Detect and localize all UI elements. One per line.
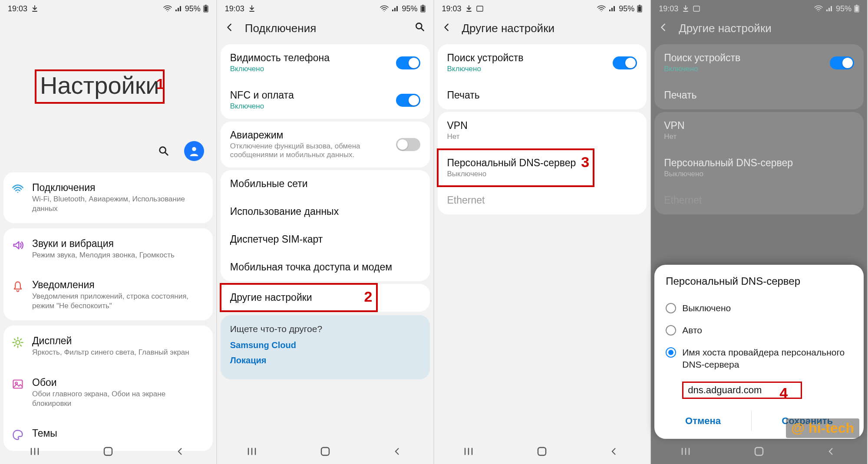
radio-label: Имя хоста провайдера персонального DNS-с… [682,346,852,370]
radio-icon [666,325,676,336]
signal-icon [175,6,182,12]
item-title: Видимость телефона [230,52,396,64]
toggle-switch[interactable] [830,56,854,69]
nav-home[interactable] [314,445,336,457]
status-time: 19:03 [225,4,244,13]
item-title: Поиск устройств [447,52,613,64]
nav-back[interactable] [603,445,625,457]
svg-rect-15 [639,5,640,6]
settings-item[interactable]: Использование данных [221,198,430,226]
settings-item[interactable]: NFC и оплатаВключено [221,82,430,119]
item-title: VPN [664,120,854,132]
svg-rect-11 [421,7,424,12]
toggle-switch[interactable] [613,56,637,69]
dns-hostname-input[interactable]: dns.adguard.com [688,382,762,398]
screen-4: 19:03 95% Другие настройки Поиск устройс… [651,0,868,464]
toggle-switch[interactable] [396,94,420,107]
battery-icon [420,5,426,13]
back-button[interactable] [442,21,453,36]
settings-item[interactable]: УведомленияУведомления приложений, строк… [3,270,213,320]
settings-item[interactable]: Диспетчер SIM-карт [221,226,430,253]
radio-option-hostname[interactable]: Имя хоста провайдера персонального DNS-с… [666,341,852,375]
settings-item[interactable]: ПодключенияWi-Fi, Bluetooth, Авиарежим, … [3,172,213,223]
item-title: Дисплей [32,335,205,347]
back-button[interactable] [659,21,670,36]
private-dns-dialog: Персональный DNS-сервер Выключено Авто И… [654,265,864,439]
image-icon [693,6,700,12]
settings-card: VPNНетПерсональный DNS-серверВыключено3E… [438,112,647,214]
nav-bar [434,439,650,464]
status-time: 19:03 [442,4,462,13]
item-title: VPN [447,120,637,132]
toggle-switch[interactable] [396,138,420,151]
settings-item[interactable]: VPNНет [654,112,864,149]
nav-home[interactable] [97,445,119,457]
nav-recents[interactable] [459,445,481,457]
nav-recents[interactable] [242,445,264,457]
item-title: Персональный DNS-сервер [664,157,854,169]
screen-3: 19:03 95% Другие настройки Поиск устройс… [434,0,651,464]
radio-option-auto[interactable]: Авто [666,319,852,341]
settings-item[interactable]: ОбоиОбои главного экрана, Обои на экране… [3,367,213,418]
sun-icon [11,336,24,349]
settings-item[interactable]: Персональный DNS-серверВыключено [654,149,864,187]
settings-item: Ethernet [654,187,864,214]
toggle-switch[interactable] [396,56,420,69]
account-avatar[interactable] [184,141,204,161]
item-sub: Отключение функций вызова, обмена сообще… [230,142,396,159]
nav-recents[interactable] [25,445,47,457]
settings-card: Звуки и вибрацияРежим звука, Мелодия зво… [3,228,213,320]
item-title: Поиск устройств [664,52,830,64]
status-time: 19:03 [8,4,27,13]
signal-icon [391,6,399,12]
nav-back[interactable] [820,445,842,457]
settings-item[interactable]: Мобильные сети [221,170,430,198]
svg-rect-21 [855,7,858,12]
settings-item[interactable]: Звуки и вибрацияРежим звука, Мелодия зво… [3,228,213,270]
item-title: Печать [664,89,854,101]
settings-card: АвиарежимОтключение функций вызова, обме… [221,122,430,168]
settings-card: ПодключенияWi-Fi, Bluetooth, Авиарежим, … [3,172,213,223]
item-title: Персональный DNS-сервер [447,157,637,169]
settings-item[interactable]: Другие настройки2 [221,284,430,312]
header-title: Другие настройки [679,22,859,35]
cancel-button[interactable]: Отмена [677,411,729,431]
step-marker-1: 1 [156,76,165,92]
settings-card: Другие настройки2 [221,284,430,312]
download-icon [32,5,38,12]
settings-item[interactable]: Поиск устройствВключено [654,44,864,82]
settings-item[interactable]: Мобильная точка доступа и модем [221,253,430,281]
item-title: Мобильная точка доступа и модем [230,261,420,273]
search-button[interactable] [154,141,174,161]
settings-item[interactable]: АвиарежимОтключение функций вызова, обме… [221,122,430,168]
item-sub: Нет [447,132,637,141]
settings-item[interactable]: Поиск устройствВключено [438,44,647,82]
header-title: Другие настройки [462,22,643,35]
signal-icon [825,6,833,12]
radio-option-off[interactable]: Выключено [666,297,852,319]
nav-home[interactable] [748,445,770,457]
settings-item[interactable]: Печать [654,82,864,109]
help-link[interactable]: Samsung Cloud [230,340,420,350]
settings-item[interactable]: Персональный DNS-серверВыключено3 [438,149,647,187]
screen-header: Другие настройки [434,17,650,42]
settings-card: Поиск устройствВключеноПечать [438,44,647,109]
search-button[interactable] [411,21,426,36]
back-button[interactable] [225,21,236,36]
nav-home[interactable] [531,445,553,457]
nav-back[interactable] [169,445,191,457]
settings-item[interactable]: Видимость телефонаВключено [221,44,430,82]
item-title: Другие настройки [230,292,420,303]
header-title: Подключения [245,22,402,35]
settings-item[interactable]: VPNНет [438,112,647,149]
nav-recents[interactable] [676,445,698,457]
settings-item[interactable]: ДисплейЯркость, Фильтр синего света, Гла… [3,326,213,367]
nav-back[interactable] [386,445,408,457]
settings-item[interactable]: Печать [438,82,647,109]
nav-bar [0,439,216,464]
help-link[interactable]: Локация [230,355,420,365]
svg-rect-13 [477,6,483,11]
wifi-icon [163,5,172,12]
settings-card: Поиск устройствВключеноПечать [654,44,864,109]
item-sub: Нет [664,132,854,141]
